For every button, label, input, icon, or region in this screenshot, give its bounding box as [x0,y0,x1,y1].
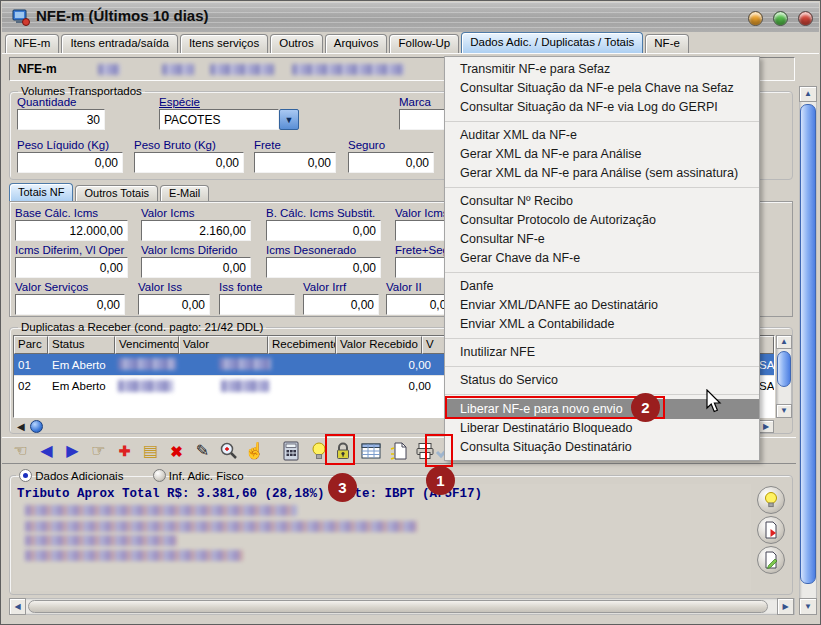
menu-item-liberar-destinatario[interactable]: Liberar Destinatário Bloqueado [445,419,759,438]
memo-edit-button[interactable] [757,546,785,574]
scroll-up-button[interactable]: ▲ [799,86,817,102]
record-client-redacted [292,64,404,75]
horizontal-scrollbar-thumb[interactable] [28,600,768,613]
scroll-up-button[interactable]: ▲ [776,335,792,349]
valor-servicos-input[interactable]: 0,00 [15,294,125,315]
main-tab-bar: NFE-m Itens entrada/saída Itens serviços… [2,32,819,53]
minimize-button[interactable] [748,11,763,26]
cell-status: Em Aberto [48,380,115,392]
subtab-totais-nf[interactable]: Totais NF [9,183,73,201]
iss-fonte-input[interactable] [219,294,295,315]
previous-record-icon[interactable]: ◀ [34,439,59,463]
valor-irrf-input[interactable]: 0,00 [303,294,379,315]
menu-item-consulta-situacao-destinatario[interactable]: Consulta Situação Destinatário [445,438,759,457]
valor-icms-label: Valor Icms [141,207,251,220]
icms-desonerado-input[interactable]: 0,00 [266,257,381,278]
menu-separator [445,268,759,277]
valor-iss-input[interactable]: 0,00 [138,294,210,315]
scroll-down-button[interactable]: ▼ [799,598,817,615]
tab-dados-adic-duplicatas-totais[interactable]: Dados Adic. / Duplicatas / Totais [461,32,643,53]
memo-hint-button[interactable] [757,486,785,514]
tab-nfe-m[interactable]: NFE-m [5,34,59,53]
tab-itens-entrada-saida[interactable]: Itens entrada/saída [61,34,177,53]
grid-icon[interactable] [358,439,383,463]
menu-item-consultar-situacao-log[interactable]: Consultar Situação da NF-e via Log do GE… [445,98,759,117]
cell-valor-redacted [221,380,269,392]
memo-export-button[interactable] [757,516,785,544]
menu-item-consultar-protocolo[interactable]: Consultar Protocolo de Autorização [445,211,759,230]
scrollbar-thumb[interactable] [777,351,791,387]
annotation-step-2: 2 [631,393,660,422]
especie-label[interactable]: Espécie [159,96,299,109]
valor-icms-input[interactable]: 2.160,00 [141,220,251,241]
menu-item-consultar-nfe[interactable]: Consultar NF-e [445,230,759,249]
inf-adic-fisco-radio-label[interactable]: Inf. Adic. Fisco [169,470,244,482]
title-bar: NFE-m (Últimos 10 dias) [2,2,819,32]
icms-diferim-input[interactable]: 0,00 [15,257,128,278]
payment-icon[interactable]: ▤ [138,439,163,463]
menu-item-consultar-situacao-chave[interactable]: Consultar Situação da NF-e pela Chave na… [445,79,759,98]
calculator-icon[interactable] [278,439,303,463]
memo-line-redacted [25,550,243,561]
tab-itens-servicos[interactable]: Itens serviços [180,34,268,53]
last-record-icon[interactable]: ☞ [86,439,111,463]
menu-item-gerar-xml-analise[interactable]: Gerar XML da NF-e para Análise [445,145,759,164]
menu-separator [445,117,759,126]
tab-outros[interactable]: Outros [270,34,323,53]
menu-item-enviar-xml-danfe[interactable]: Enviar XML/DANFE ao Destinatário [445,296,759,315]
menu-item-enviar-xml-contabilidade[interactable]: Enviar XML a Contabilidade [445,315,759,334]
dados-adicionais-radio[interactable] [19,469,32,482]
especie-combobox[interactable]: PACOTES [159,109,279,130]
grid-scroll-right-button[interactable]: ▶ [758,420,774,433]
tab-nf-e[interactable]: NF-e [645,34,689,53]
dados-adicionais-radio-label[interactable]: Dados Adicionais [35,470,123,482]
tab-follow-up[interactable]: Follow-Up [389,34,459,53]
first-record-nav-icon[interactable]: ◀ [17,421,25,432]
especie-dropdown-button[interactable]: ▼ [279,109,299,130]
col-parc[interactable]: Parc [14,336,48,354]
scroll-down-button[interactable]: ▼ [776,404,792,418]
menu-item-gerar-chave[interactable]: Gerar Chave da NF-e [445,249,759,268]
search-icon[interactable] [216,439,241,463]
subtab-e-mail[interactable]: E-Mail [160,185,209,201]
peso-bruto-input[interactable]: 0,00 [134,152,244,173]
vertical-scrollbar-thumb[interactable] [800,104,816,584]
valor-icms-diferido-input[interactable]: 0,00 [141,257,251,278]
inf-adic-fisco-radio[interactable] [153,469,166,482]
scroll-left-button[interactable]: ◀ [9,598,26,615]
col-valor-recebido[interactable]: Valor Recebido [336,336,422,354]
col-recebimento[interactable]: Recebimento [268,336,336,354]
frete-input[interactable]: 0,00 [254,152,336,173]
menu-item-consultar-recibo[interactable]: Consultar Nº Recibo [445,192,759,211]
close-button[interactable] [798,11,813,26]
menu-item-danfe[interactable]: Danfe [445,277,759,296]
menu-item-auditar-xml[interactable]: Auditar XML da NF-e [445,126,759,145]
delete-record-icon[interactable]: ✖ [164,439,189,463]
col-vencimento[interactable]: Vencimento [115,336,179,354]
col-status[interactable]: Status [48,336,115,354]
iss-fonte-label: Iss fonte [219,281,295,294]
menu-item-gerar-xml-sem-assinatura[interactable]: Gerar XML da NF-e para Análise (sem assi… [445,164,759,183]
annotation-box-lock [325,434,355,465]
insert-record-icon[interactable]: ✚ [112,439,137,463]
maximize-button[interactable] [773,11,788,26]
edit-record-icon[interactable]: ✎ [190,439,215,463]
menu-item-inutilizar-nfe[interactable]: Inutilizar NFE [445,343,759,362]
next-record-icon[interactable]: ▶ [60,439,85,463]
record-position-indicator[interactable] [30,420,43,433]
menu-item-status-servico[interactable]: Status do Servico [445,371,759,390]
scroll-right-button[interactable]: ▶ [777,598,794,615]
menu-item-transmitir-nfe[interactable]: Transmitir NF-e para Sefaz [445,60,759,79]
peso-liquido-input[interactable]: 0,00 [17,152,123,173]
quantidade-label: Quantidade [17,96,105,109]
new-document-icon[interactable] [386,439,411,463]
col-valor[interactable]: Valor [179,336,268,354]
first-record-icon[interactable]: ☜ [8,439,33,463]
seguro-input[interactable]: 0,00 [348,152,434,173]
b-calc-icms-substit-input[interactable]: 0,00 [266,220,381,241]
base-calc-icms-input[interactable]: 12.000,00 [15,220,128,241]
tab-arquivos[interactable]: Arquivos [325,34,388,53]
subtab-outros-totais[interactable]: Outros Totais [75,185,158,201]
quantidade-input[interactable]: 30 [17,109,105,130]
duplicatas-title: Duplicatas a Receber (cond. pagto: 21/42… [18,321,266,333]
